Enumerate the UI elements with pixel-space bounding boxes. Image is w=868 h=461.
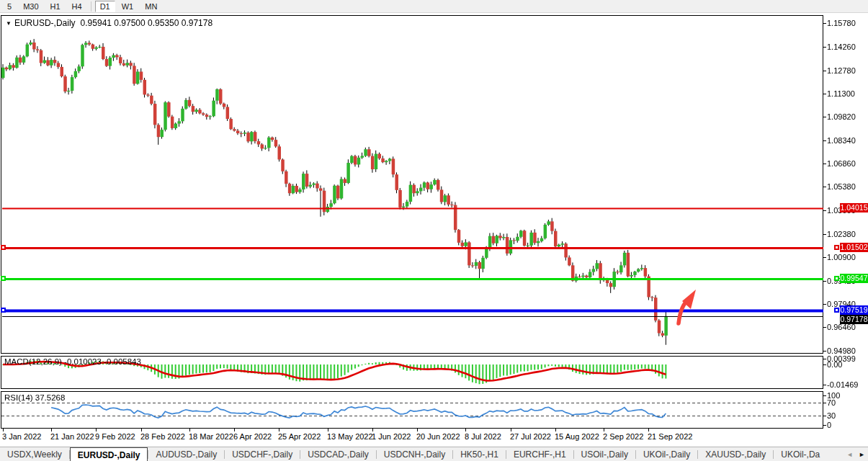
chart-symbol-title[interactable]: ▼EURUSD-,Daily0.95941 0.97500 0.95350 0.…: [6, 18, 212, 28]
date-axis-label: 25 Apr 2022: [278, 432, 321, 441]
price-axis-tick: 1.08340: [827, 136, 856, 145]
price-axis-tick: 1.14260: [827, 42, 856, 51]
chart-tab-usdx-weekly[interactable]: USDX,Weekly: [0, 447, 69, 461]
rsi-indicator-canvas[interactable]: [0, 391, 868, 432]
timeframe-button-5[interactable]: 5: [2, 1, 17, 12]
timeframe-button-mn[interactable]: MN: [140, 1, 162, 12]
date-axis-label: 8 Jul 2022: [465, 432, 501, 441]
chart-tab-usoil-daily[interactable]: USOil-,Daily: [574, 447, 635, 461]
price-axis-tick: 1.09820: [827, 112, 856, 121]
hline-drag-handle[interactable]: [834, 308, 839, 313]
hline-price-tag: 1.01502: [840, 243, 868, 252]
rsi-label: RSI(14) 37.5268: [4, 393, 65, 402]
hline-price-tag: 0.99547: [840, 274, 868, 283]
tab-scroll-right-icon[interactable]: ►: [856, 447, 868, 461]
hline-price-tag: 1.04015: [840, 203, 868, 212]
price-axis-tick: 1.11300: [827, 89, 855, 98]
timeframe-button-d1[interactable]: D1: [95, 1, 115, 12]
rsi-axis-tick: 70: [827, 398, 836, 407]
rsi-axis-tick: 30: [827, 411, 836, 420]
hline-drag-handle[interactable]: [1, 308, 6, 313]
date-axis-label: 18 Mar 2022: [189, 432, 233, 441]
date-axis-label: 3 Jan 2022: [2, 432, 41, 441]
date-axis-label: 28 Feb 2022: [140, 432, 185, 441]
toolbar-divider: [91, 1, 91, 12]
date-axis-label: 21 Jan 2022: [50, 432, 94, 441]
chart-tab-ukoil-daily[interactable]: UKOil-,Daily: [636, 447, 697, 461]
candlestick-chart-canvas[interactable]: [0, 12, 868, 356]
price-axis-tick: 1.12780: [827, 66, 856, 75]
chart-tab-ukoil-da[interactable]: UKOil-,Da: [774, 447, 827, 461]
date-axis-label: 27 Jul 2022: [510, 432, 551, 441]
price-axis-tick: 1.06860: [827, 159, 856, 168]
date-axis-label: 1 Jun 2022: [372, 432, 411, 441]
macd-axis-tick: 0.00: [827, 360, 842, 369]
hline-drag-handle[interactable]: [834, 245, 839, 250]
timeframe-button-h4[interactable]: H4: [67, 1, 87, 12]
chart-tab-audusd-daily[interactable]: AUDUSD-,Daily: [148, 447, 224, 461]
date-axis-label: 2 Sep 2022: [603, 432, 643, 441]
symbol-dropdown-icon[interactable]: ▼: [6, 20, 12, 27]
timeframe-toolbar: 5M30H1H4D1W1MN: [0, 0, 868, 13]
date-axis-label: 21 Sep 2022: [648, 432, 692, 441]
hline-price-tag: 0.97519: [840, 305, 868, 315]
chart-tab-eurusd-daily[interactable]: EURUSD-,Daily: [70, 447, 148, 461]
price-axis-tick: 1.05380: [827, 182, 856, 191]
rsi-axis-tick: 0: [827, 421, 831, 429]
chart-tab-eurchf-h1[interactable]: EURCHF-,H1: [506, 447, 573, 461]
timeframe-button-m30[interactable]: M30: [18, 1, 43, 12]
bid-price-tag: 0.97178: [840, 315, 868, 324]
macd-axis-tick: -0.01469: [827, 380, 858, 389]
price-axis-tick: 1.15780: [827, 19, 856, 27]
timeframe-button-h1[interactable]: H1: [45, 1, 66, 12]
date-axis-label: 13 May 2022: [327, 432, 373, 441]
chart-tab-hk50-h1[interactable]: HK50-,H1: [453, 447, 506, 461]
chart-tab-usdcad-daily[interactable]: USDCAD-,Daily: [300, 447, 376, 461]
date-axis-label: 6 Apr 2022: [233, 432, 272, 441]
symbol-name: EURUSD-,Daily: [14, 18, 76, 28]
macd-label: MACD(12,26,9) -0.010023 -0.005843: [4, 357, 141, 366]
ohlc-values: 0.95941 0.97500 0.95350 0.97178: [81, 18, 213, 28]
symbol-tab-bar: USDX,WeeklyEURUSD-,DailyAUDUSD-,DailyUSD…: [0, 447, 868, 461]
price-axis-tick: 1.00900: [827, 253, 856, 261]
chart-tab-xauusd-daily[interactable]: XAUUSD-,Daily: [698, 447, 773, 461]
hline-drag-handle[interactable]: [1, 245, 6, 250]
hline-drag-handle[interactable]: [834, 276, 839, 281]
date-axis-label: 20 Jun 2022: [416, 432, 460, 441]
chart-tab-usdchf-daily[interactable]: USDCHF-,Daily: [225, 447, 300, 461]
date-axis-label: 9 Feb 2022: [95, 432, 135, 441]
timeframe-button-w1[interactable]: W1: [117, 1, 139, 12]
chart-tab-usdcnh-daily[interactable]: USDCNH-,Daily: [377, 447, 452, 461]
hline-drag-handle[interactable]: [1, 276, 6, 281]
tab-scroll-left-icon[interactable]: ◄: [844, 447, 856, 461]
date-axis-label: 15 Aug 2022: [555, 432, 599, 441]
price-axis-tick: 1.02380: [827, 230, 856, 238]
